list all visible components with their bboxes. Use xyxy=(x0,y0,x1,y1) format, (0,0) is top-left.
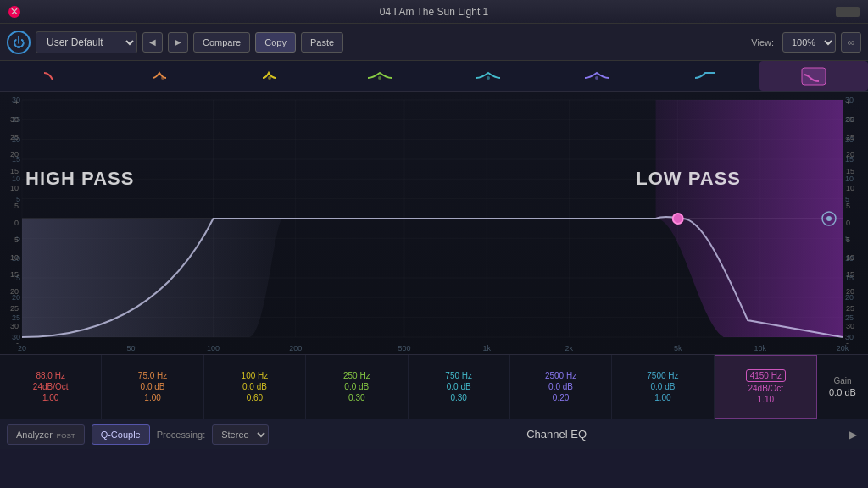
highpass-label: HIGH PASS xyxy=(25,168,134,190)
eq-display: HIGH PASS LOW PASS + 30 25 20 15 10 5 0 … xyxy=(0,92,868,354)
band-param-3[interactable]: 100 Hz 0.0 dB 0.60 xyxy=(204,355,306,419)
power-button[interactable]: ⏻ xyxy=(7,30,31,54)
band4-q: 0.30 xyxy=(348,393,364,402)
window-resize-button[interactable] xyxy=(836,7,860,17)
band8-freq: 4150 Hz xyxy=(746,369,786,382)
svg-point-1 xyxy=(268,76,271,80)
svg-point-3 xyxy=(487,76,490,80)
gain-value: 0.0 dB xyxy=(829,387,856,397)
band-param-7[interactable]: 7500 Hz 0.0 dB 1.00 xyxy=(612,355,714,419)
band6-q: 0.20 xyxy=(553,393,569,402)
band2-gain: 0.0 dB xyxy=(141,382,165,391)
link-button[interactable]: ∞ xyxy=(841,32,861,53)
nav-back-button[interactable]: ◀ xyxy=(142,32,163,53)
band-icons-row xyxy=(0,61,868,92)
band-param-8[interactable]: 4150 Hz 24dB/Oct 1.10 xyxy=(715,355,817,419)
band-icon-5[interactable] xyxy=(434,61,542,91)
band-param-4[interactable]: 250 Hz 0.0 dB 0.30 xyxy=(306,355,408,419)
band4-freq: 250 Hz xyxy=(343,371,370,380)
title-bar: × 04 I Am The Sun Light 1 xyxy=(0,0,868,24)
band-param-1[interactable]: 88.0 Hz 24dB/Oct 1.00 xyxy=(0,355,102,419)
band6-gain: 0.0 dB xyxy=(548,382,573,391)
processing-label: Processing: xyxy=(157,430,205,440)
nav-forward-button[interactable]: ▶ xyxy=(168,32,188,53)
view-select[interactable]: 100% xyxy=(782,32,836,53)
band5-q: 0.30 xyxy=(450,393,466,402)
band1-freq: 88.0 Hz xyxy=(36,371,64,380)
close-button[interactable]: × xyxy=(8,6,20,18)
band-param-6[interactable]: 2500 Hz 0.0 dB 0.20 xyxy=(510,355,612,419)
band5-freq: 750 Hz xyxy=(445,371,472,380)
gain-column: Gain 0.0 dB xyxy=(817,355,868,419)
band5-gain: 0.0 dB xyxy=(447,382,471,391)
band-icon-1[interactable] xyxy=(0,61,108,91)
freq-params: 88.0 Hz 24dB/Oct 1.00 75.0 Hz 0.0 dB 1.0… xyxy=(0,354,868,419)
eq-canvas xyxy=(0,92,868,354)
band-icon-7[interactable] xyxy=(651,61,760,91)
preset-select[interactable]: User Default xyxy=(36,31,137,53)
processing-select[interactable]: Stereo xyxy=(212,424,269,445)
band2-q: 1.00 xyxy=(144,393,160,402)
band-icon-8[interactable] xyxy=(760,61,868,91)
lowpass-label: LOW PASS xyxy=(636,168,741,190)
band3-freq: 100 Hz xyxy=(242,371,269,380)
analyzer-button[interactable]: Analyzer POST xyxy=(7,424,85,445)
svg-point-0 xyxy=(161,76,164,80)
play-button[interactable]: ▶ xyxy=(844,426,861,443)
band-icon-2[interactable] xyxy=(108,61,217,91)
band-icon-3[interactable] xyxy=(217,61,326,91)
band4-gain: 0.0 dB xyxy=(344,382,369,391)
db-scale-right: + 30 25 20 15 10 5 0 5 10 15 20 25 30 - xyxy=(844,92,868,354)
gain-label: Gain xyxy=(833,376,851,385)
svg-point-2 xyxy=(378,76,381,80)
band-icon-4[interactable] xyxy=(326,61,434,91)
band-icon-6[interactable] xyxy=(542,61,651,91)
band-param-2[interactable]: 75.0 Hz 0.0 dB 1.00 xyxy=(102,355,203,419)
band2-freq: 75.0 Hz xyxy=(138,371,167,380)
band8-gain: 24dB/Oct xyxy=(748,384,783,393)
db-scale-left: + 30 25 20 15 10 5 0 5 10 15 20 25 30 - xyxy=(0,92,20,354)
band1-gain: 24dB/Oct xyxy=(33,382,69,391)
svg-rect-5 xyxy=(802,68,826,85)
q-couple-button[interactable]: Q-Couple xyxy=(92,424,150,445)
band1-q: 1.00 xyxy=(42,393,58,402)
compare-button[interactable]: Compare xyxy=(193,32,250,53)
band8-q: 1.10 xyxy=(758,395,774,404)
band6-freq: 2500 Hz xyxy=(545,371,576,380)
band3-gain: 0.0 dB xyxy=(242,382,267,391)
footer-title: Channel EQ xyxy=(526,428,587,441)
paste-button[interactable]: Paste xyxy=(301,32,343,53)
copy-button[interactable]: Copy xyxy=(255,32,296,53)
toolbar: ⏻ User Default ◀ ▶ Compare Copy Paste Vi… xyxy=(0,24,868,61)
band3-q: 0.60 xyxy=(247,393,263,402)
band7-freq: 7500 Hz xyxy=(647,371,678,380)
svg-point-4 xyxy=(595,76,598,80)
view-label: View: xyxy=(751,37,774,47)
window-title: 04 I Am The Sun Light 1 xyxy=(380,6,489,18)
band7-gain: 0.0 dB xyxy=(650,382,675,391)
bottom-bar: Analyzer POST Q-Couple Processing: Stere… xyxy=(0,419,868,449)
band7-q: 1.00 xyxy=(654,393,670,402)
band-param-5[interactable]: 750 Hz 0.0 dB 0.30 xyxy=(409,355,510,419)
